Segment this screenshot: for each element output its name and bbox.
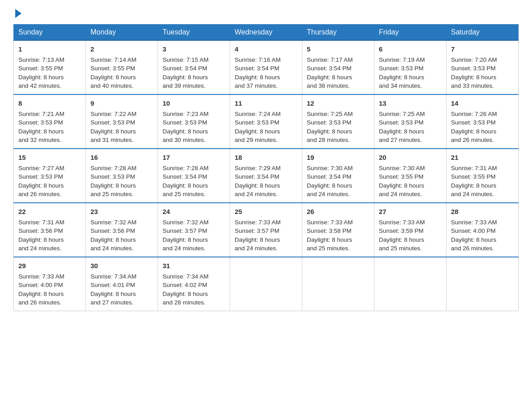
sunset-text: Sunset: 3:54 PM bbox=[307, 64, 369, 73]
daylight-minutes-text: and 25 minutes. bbox=[90, 190, 153, 199]
sunrise-text: Sunrise: 7:34 AM bbox=[90, 272, 153, 281]
day-number: 13 bbox=[379, 98, 442, 108]
sunrise-text: Sunrise: 7:19 AM bbox=[379, 56, 442, 64]
sunset-text: Sunset: 3:53 PM bbox=[451, 118, 514, 127]
daylight-text: Daylight: 8 hours bbox=[163, 127, 225, 136]
weekday-header-monday: Monday bbox=[86, 25, 158, 41]
daylight-minutes-text: and 36 minutes. bbox=[307, 81, 369, 90]
daylight-minutes-text: and 28 minutes. bbox=[307, 136, 369, 145]
day-number: 14 bbox=[451, 98, 514, 108]
daylight-minutes-text: and 26 minutes. bbox=[451, 136, 514, 145]
sunset-text: Sunset: 3:59 PM bbox=[379, 227, 442, 235]
sunrise-text: Sunrise: 7:32 AM bbox=[163, 218, 225, 227]
daylight-minutes-text: and 34 minutes. bbox=[379, 81, 442, 90]
calendar-cell: 2Sunrise: 7:14 AMSunset: 3:55 PMDaylight… bbox=[86, 40, 158, 94]
daylight-minutes-text: and 42 minutes. bbox=[18, 81, 81, 90]
daylight-minutes-text: and 33 minutes. bbox=[451, 81, 514, 90]
sunrise-text: Sunrise: 7:28 AM bbox=[90, 164, 153, 173]
sunset-text: Sunset: 3:53 PM bbox=[90, 118, 153, 127]
day-number: 25 bbox=[235, 207, 297, 217]
calendar-cell: 16Sunrise: 7:28 AMSunset: 3:53 PMDayligh… bbox=[86, 149, 158, 203]
daylight-text: Daylight: 8 hours bbox=[163, 290, 225, 299]
sunrise-text: Sunrise: 7:32 AM bbox=[90, 218, 153, 227]
calendar-cell: 14Sunrise: 7:26 AMSunset: 3:53 PMDayligh… bbox=[446, 94, 519, 149]
daylight-text: Daylight: 8 hours bbox=[235, 181, 297, 190]
daylight-minutes-text: and 24 minutes. bbox=[451, 190, 514, 199]
day-number: 19 bbox=[307, 153, 369, 163]
weekday-header-sunday: Sunday bbox=[14, 25, 86, 41]
calendar-table: SundayMondayTuesdayWednesdayThursdayFrid… bbox=[13, 24, 519, 311]
daylight-minutes-text: and 28 minutes. bbox=[163, 298, 225, 307]
daylight-minutes-text: and 25 minutes. bbox=[163, 190, 225, 199]
calendar-cell bbox=[374, 257, 446, 311]
sunset-text: Sunset: 3:54 PM bbox=[235, 64, 297, 73]
sunrise-text: Sunrise: 7:33 AM bbox=[18, 272, 81, 281]
sunrise-text: Sunrise: 7:31 AM bbox=[451, 164, 514, 173]
daylight-text: Daylight: 8 hours bbox=[18, 181, 81, 190]
weekday-header-tuesday: Tuesday bbox=[158, 25, 230, 41]
calendar-cell: 10Sunrise: 7:23 AMSunset: 3:53 PMDayligh… bbox=[158, 94, 230, 149]
calendar-cell: 6Sunrise: 7:19 AMSunset: 3:53 PMDaylight… bbox=[374, 40, 446, 94]
daylight-minutes-text: and 25 minutes. bbox=[379, 244, 442, 253]
sunrise-text: Sunrise: 7:26 AM bbox=[451, 110, 514, 119]
daylight-minutes-text: and 30 minutes. bbox=[163, 136, 225, 145]
daylight-text: Daylight: 8 hours bbox=[163, 73, 225, 82]
sunrise-text: Sunrise: 7:28 AM bbox=[163, 164, 225, 173]
week-row-2: 8Sunrise: 7:21 AMSunset: 3:53 PMDaylight… bbox=[14, 94, 519, 149]
calendar-cell: 4Sunrise: 7:16 AMSunset: 3:54 PMDaylight… bbox=[230, 40, 302, 94]
daylight-minutes-text: and 24 minutes. bbox=[379, 190, 442, 199]
day-number: 23 bbox=[90, 207, 153, 217]
sunset-text: Sunset: 3:54 PM bbox=[163, 64, 225, 73]
calendar-cell: 1Sunrise: 7:13 AMSunset: 3:55 PMDaylight… bbox=[14, 40, 86, 94]
calendar-cell: 3Sunrise: 7:15 AMSunset: 3:54 PMDaylight… bbox=[158, 40, 230, 94]
calendar-cell bbox=[230, 257, 302, 311]
day-number: 18 bbox=[235, 153, 297, 163]
sunrise-text: Sunrise: 7:22 AM bbox=[90, 110, 153, 119]
daylight-text: Daylight: 8 hours bbox=[379, 181, 442, 190]
week-row-4: 22Sunrise: 7:31 AMSunset: 3:56 PMDayligh… bbox=[14, 203, 519, 257]
daylight-minutes-text: and 40 minutes. bbox=[90, 81, 153, 90]
sunset-text: Sunset: 4:01 PM bbox=[90, 281, 153, 290]
day-number: 3 bbox=[163, 44, 225, 54]
daylight-minutes-text: and 24 minutes. bbox=[163, 244, 225, 253]
sunset-text: Sunset: 3:58 PM bbox=[307, 227, 369, 235]
weekday-header-wednesday: Wednesday bbox=[230, 25, 302, 41]
sunset-text: Sunset: 3:53 PM bbox=[18, 172, 81, 181]
calendar-cell: 28Sunrise: 7:33 AMSunset: 4:00 PMDayligh… bbox=[446, 203, 519, 257]
daylight-minutes-text: and 31 minutes. bbox=[90, 136, 153, 145]
week-row-5: 29Sunrise: 7:33 AMSunset: 4:00 PMDayligh… bbox=[14, 257, 519, 311]
day-number: 5 bbox=[307, 44, 369, 54]
day-number: 24 bbox=[163, 207, 225, 217]
sunset-text: Sunset: 3:53 PM bbox=[235, 118, 297, 127]
daylight-text: Daylight: 8 hours bbox=[90, 73, 153, 82]
daylight-text: Daylight: 8 hours bbox=[18, 127, 81, 136]
daylight-text: Daylight: 8 hours bbox=[451, 73, 514, 82]
sunrise-text: Sunrise: 7:31 AM bbox=[18, 218, 81, 227]
sunrise-text: Sunrise: 7:24 AM bbox=[235, 110, 297, 119]
day-number: 1 bbox=[18, 44, 81, 54]
sunset-text: Sunset: 3:53 PM bbox=[90, 172, 153, 181]
daylight-minutes-text: and 25 minutes. bbox=[307, 244, 369, 253]
calendar-cell: 22Sunrise: 7:31 AMSunset: 3:56 PMDayligh… bbox=[14, 203, 86, 257]
daylight-minutes-text: and 37 minutes. bbox=[235, 81, 297, 90]
daylight-text: Daylight: 8 hours bbox=[235, 235, 297, 244]
daylight-text: Daylight: 8 hours bbox=[379, 73, 442, 82]
weekday-header-thursday: Thursday bbox=[302, 25, 374, 41]
daylight-minutes-text: and 29 minutes. bbox=[235, 136, 297, 145]
sunset-text: Sunset: 4:00 PM bbox=[451, 227, 514, 235]
calendar-cell bbox=[446, 257, 519, 311]
day-number: 16 bbox=[90, 153, 153, 163]
calendar-cell: 29Sunrise: 7:33 AMSunset: 4:00 PMDayligh… bbox=[14, 257, 86, 311]
sunset-text: Sunset: 3:53 PM bbox=[379, 64, 442, 73]
day-number: 2 bbox=[90, 44, 153, 54]
calendar-cell: 12Sunrise: 7:25 AMSunset: 3:53 PMDayligh… bbox=[302, 94, 374, 149]
day-number: 22 bbox=[18, 207, 81, 217]
sunset-text: Sunset: 3:55 PM bbox=[379, 172, 442, 181]
sunrise-text: Sunrise: 7:25 AM bbox=[379, 110, 442, 119]
day-number: 21 bbox=[451, 153, 514, 163]
daylight-minutes-text: and 24 minutes. bbox=[307, 190, 369, 199]
sunset-text: Sunset: 3:57 PM bbox=[235, 227, 297, 235]
daylight-minutes-text: and 26 minutes. bbox=[18, 190, 81, 199]
day-number: 26 bbox=[307, 207, 369, 217]
daylight-text: Daylight: 8 hours bbox=[307, 235, 369, 244]
